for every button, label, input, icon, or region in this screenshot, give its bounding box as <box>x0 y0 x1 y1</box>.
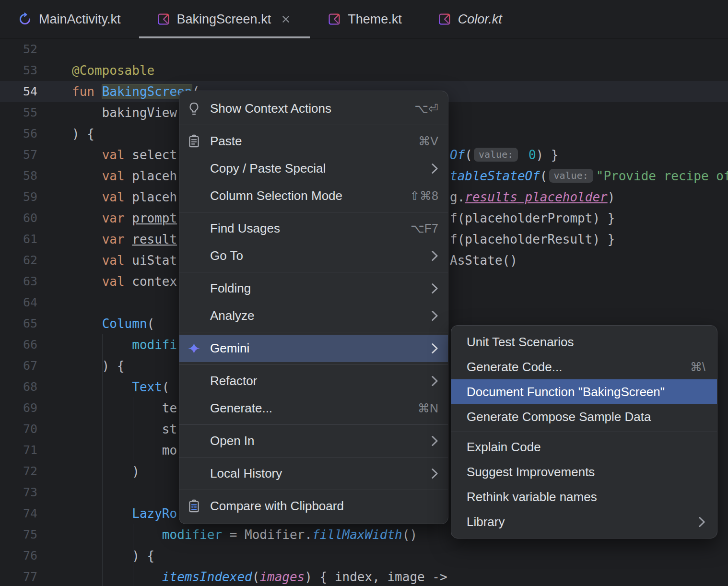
code-token: result <box>132 232 177 246</box>
compare-clipboard-icon <box>187 499 210 513</box>
editor-context-menu: Show Context Actions⌥⏎Paste⌘VCopy / Past… <box>179 91 448 524</box>
line-number: 66 <box>0 334 37 355</box>
chevron-right-icon <box>431 375 438 387</box>
tab-bakingscreen-kt[interactable]: BakingScreen.kt <box>139 0 310 38</box>
inlay-hint: value: <box>549 169 593 183</box>
code-token <box>72 148 102 162</box>
code-token: ) <box>608 190 615 204</box>
code-text-right: g.results_placeholder) <box>450 187 615 208</box>
menu-item-label: Explain Code <box>467 440 705 455</box>
code-line-53[interactable]: 53@Composable <box>0 60 728 81</box>
code-token: @Composable <box>72 63 154 78</box>
line-number: 55 <box>0 102 37 123</box>
menu-item-label: Gemini <box>210 341 423 356</box>
gemini-sparkle-icon <box>187 341 210 355</box>
line-number: 57 <box>0 144 37 165</box>
menu-shortcut: ⌘N <box>418 401 438 415</box>
menu-item-label: Folding <box>210 281 423 296</box>
chevron-right-icon <box>431 163 438 174</box>
kotlin-file-icon <box>157 13 170 25</box>
code-line-76[interactable]: 76 ) { <box>0 545 728 566</box>
generate-code-menu-item[interactable]: Generate Code...⌘\ <box>451 354 717 379</box>
line-number: 77 <box>0 566 37 586</box>
folding-menu-item[interactable]: Folding <box>179 275 448 302</box>
analyze-menu-item[interactable]: Analyze <box>179 302 448 329</box>
lightbulb-icon <box>187 102 210 116</box>
close-icon[interactable] <box>280 13 292 25</box>
unit-test-scenarios-menu-item[interactable]: Unit Test Scenarios <box>451 329 717 354</box>
code-text: mo <box>72 440 177 461</box>
menu-item-label: Show Context Actions <box>210 101 401 116</box>
code-text: bakingView <box>72 102 177 123</box>
code-token: ( <box>540 169 548 183</box>
tab-color-kt[interactable]: Color.kt <box>420 0 520 38</box>
compare-with-clipboard-menu-item[interactable]: Compare with Clipboard <box>179 492 448 520</box>
kotlin-file-icon <box>328 13 341 25</box>
code-token: placeh <box>132 190 177 204</box>
code-text: val uiStat <box>72 250 177 271</box>
code-token <box>72 506 132 521</box>
code-token: val <box>102 148 132 162</box>
menu-shortcut: ⇧⌘8 <box>410 189 438 203</box>
menu-separator <box>179 424 448 425</box>
code-token: val <box>102 274 132 289</box>
code-text: ) { <box>72 123 94 144</box>
menu-item-label: Rethink variable names <box>467 490 705 504</box>
code-text: ) { <box>72 355 125 376</box>
menu-item-label: Local History <box>210 466 423 481</box>
tab-theme-kt[interactable]: Theme.kt <box>310 0 420 38</box>
tab-mainactivity-kt[interactable]: MainActivity.kt <box>0 0 139 38</box>
line-number: 74 <box>0 503 37 524</box>
code-text: te <box>72 398 177 419</box>
menu-item-label: Column Selection Mode <box>210 188 396 203</box>
code-token: 0 <box>528 148 536 162</box>
gemini-menu-item[interactable]: Gemini <box>179 335 448 362</box>
show-context-actions-menu-item[interactable]: Show Context Actions⌥⏎ <box>179 95 448 122</box>
code-token <box>72 316 102 331</box>
column-selection-mode-menu-item[interactable]: Column Selection Mode⇧⌘8 <box>179 182 448 210</box>
menu-item-label: Library <box>467 515 691 529</box>
code-text: var prompt <box>72 208 177 229</box>
line-number: 73 <box>0 482 37 503</box>
open-in-menu-item[interactable]: Open In <box>179 427 448 455</box>
code-token <box>72 253 102 268</box>
copy-paste-special-menu-item[interactable]: Copy / Paste Special <box>179 155 448 182</box>
code-text-right: AsState() <box>450 250 517 271</box>
code-text: ) <box>72 461 140 482</box>
go-to-menu-item[interactable]: Go To <box>179 242 448 270</box>
menu-shortcut: ⌥⏎ <box>414 102 438 116</box>
code-token <box>72 190 102 204</box>
code-token: ) { <box>72 549 154 563</box>
suggest-improvements-menu-item[interactable]: Suggest Improvements <box>451 459 717 484</box>
generate-menu-item[interactable]: Generate...⌘N <box>179 395 448 422</box>
rethink-variable-names-menu-item[interactable]: Rethink variable names <box>451 484 717 509</box>
refactor-menu-item[interactable]: Refactor <box>179 367 448 395</box>
code-token: = Modifier. <box>222 527 312 542</box>
code-token <box>72 338 132 352</box>
line-number: 71 <box>0 440 37 461</box>
menu-separator <box>179 332 448 332</box>
code-token: Text <box>132 380 162 394</box>
menu-item-label: Generate Compose Sample Data <box>467 410 705 424</box>
code-token: contex <box>132 274 177 289</box>
menu-separator <box>179 364 448 365</box>
code-line-52[interactable]: 52 <box>0 39 728 60</box>
explain-code-menu-item[interactable]: Explain Code <box>451 434 717 459</box>
code-line-77[interactable]: 77 itemsIndexed(images) { index, image -… <box>0 566 728 586</box>
menu-separator <box>179 212 448 212</box>
line-number: 63 <box>0 271 37 292</box>
find-usages-menu-item[interactable]: Find Usages⌥F7 <box>179 215 448 242</box>
code-text: ) { <box>72 545 154 566</box>
code-token: fun <box>72 84 102 99</box>
document-function-bakingscreen-menu-item[interactable]: Document Function "BakingScreen" <box>451 379 717 404</box>
code-text-right: tableStateOf(value:"Provide recipe of <box>450 165 728 187</box>
paste-menu-item[interactable]: Paste⌘V <box>179 128 448 155</box>
line-number: 76 <box>0 545 37 566</box>
code-token: ) { <box>72 127 94 141</box>
library-menu-item[interactable]: Library <box>451 509 717 534</box>
chevron-right-icon <box>431 283 438 294</box>
local-history-menu-item[interactable]: Local History <box>179 460 448 487</box>
generate-compose-sample-data-menu-item[interactable]: Generate Compose Sample Data <box>451 404 717 429</box>
code-token: modifier <box>162 527 222 542</box>
menu-shortcut: ⌘\ <box>690 360 705 374</box>
